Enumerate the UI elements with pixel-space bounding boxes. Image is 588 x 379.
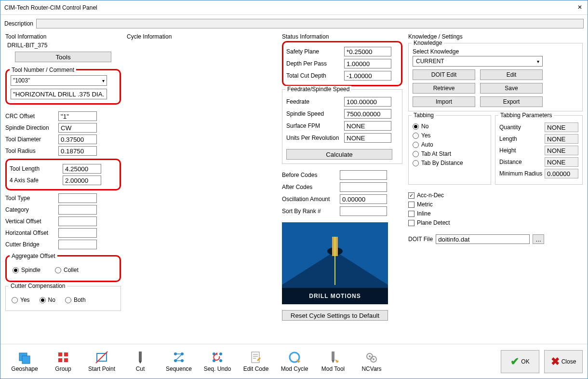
before-codes-input[interactable] bbox=[340, 170, 387, 180]
cc-yes-radio[interactable]: Yes bbox=[12, 297, 30, 303]
status-highlight-block: Safety Plane Depth Per Pass Total Cut De… bbox=[282, 41, 402, 86]
tool-dia-label: Tool Diameter bbox=[5, 136, 58, 143]
tab-dist-radio[interactable]: Tab By Distance bbox=[413, 160, 487, 166]
svg-rect-7 bbox=[58, 352, 62, 356]
tool-type-input[interactable] bbox=[58, 193, 97, 203]
agg-spindle-radio[interactable]: Spindle bbox=[13, 267, 40, 273]
crc-offset-input[interactable] bbox=[58, 111, 97, 121]
description-input[interactable] bbox=[36, 19, 584, 28]
units-rev-input[interactable] bbox=[344, 133, 391, 143]
axis-safe-input[interactable] bbox=[63, 176, 101, 185]
mod-tool-button[interactable]: Mod Tool bbox=[314, 351, 352, 372]
sort-rank-label: Sort By Rank # bbox=[282, 208, 340, 215]
depth-pass-label: Depth Per Pass bbox=[286, 60, 344, 67]
depth-pass-input[interactable] bbox=[344, 59, 391, 68]
after-codes-label: After Codes bbox=[282, 184, 340, 190]
tab-no-radio[interactable]: No bbox=[413, 123, 487, 130]
close-button[interactable]: ✖ Close bbox=[544, 350, 583, 373]
cc-both-radio[interactable]: Both bbox=[65, 297, 86, 303]
tool-info-title: Tool Information bbox=[5, 33, 121, 40]
category-input[interactable] bbox=[58, 205, 97, 215]
doit-edit-button[interactable]: DOIT Edit bbox=[413, 69, 475, 80]
close-icon[interactable]: ✕ bbox=[576, 4, 584, 12]
browse-button[interactable]: ... bbox=[533, 234, 544, 244]
svg-point-20 bbox=[219, 352, 222, 355]
tab-start-radio[interactable]: Tab At Start bbox=[413, 150, 487, 157]
voffset-input[interactable] bbox=[58, 217, 97, 226]
feedrate-label: Feedrate bbox=[286, 98, 344, 105]
knowledge-title: Knowledge / Settings bbox=[408, 33, 583, 40]
cutter-bridge-input[interactable] bbox=[58, 240, 97, 249]
tp-len-label: Length bbox=[499, 135, 543, 142]
start-point-button[interactable]: Start Point bbox=[82, 351, 121, 372]
total-depth-label: Total Cut Depth bbox=[286, 72, 344, 79]
safety-plane-input[interactable] bbox=[344, 47, 391, 56]
cut-button[interactable]: Cut bbox=[121, 351, 160, 372]
geoshape-button[interactable]: Geoshape bbox=[5, 351, 44, 372]
before-codes-label: Before Codes bbox=[282, 172, 340, 178]
tp-len-input bbox=[545, 134, 578, 144]
select-knowledge-label: Select Knowledge bbox=[413, 48, 578, 55]
svg-rect-31 bbox=[332, 352, 334, 360]
tool-len-input[interactable] bbox=[63, 164, 101, 174]
window-title: CIM-Tech Router-CIM Control Panel bbox=[4, 4, 97, 11]
spindle-speed-label: Spindle Speed bbox=[286, 110, 344, 117]
total-depth-input[interactable] bbox=[344, 71, 391, 81]
svg-point-22 bbox=[219, 359, 222, 362]
tab-auto-radio[interactable]: Auto bbox=[413, 141, 487, 148]
tab-params-group: Tabbing Parameters Quantity Length Heigh… bbox=[495, 115, 583, 185]
safety-plane-label: Safety Plane bbox=[286, 48, 344, 55]
tool-rad-input[interactable] bbox=[58, 146, 97, 156]
acc-check[interactable]: Acc-n-Dec bbox=[408, 192, 583, 199]
metric-check[interactable]: Metric bbox=[408, 201, 583, 208]
knowledge-dropdown[interactable]: CURRENT ▾ bbox=[413, 56, 543, 67]
tp-height-label: Height bbox=[499, 147, 543, 154]
tool-comment-input[interactable] bbox=[11, 89, 107, 99]
edit-code-button[interactable]: Edit Code bbox=[237, 351, 275, 372]
tool-number-group-title: Tool Number / Comment bbox=[10, 67, 76, 73]
knowledge-group: Knowledge Select Knowledge CURRENT ▾ DOI… bbox=[408, 43, 583, 111]
edit-button[interactable]: Edit bbox=[480, 69, 543, 80]
export-button[interactable]: Export bbox=[480, 96, 543, 107]
sequence-button[interactable]: Sequence bbox=[160, 351, 198, 372]
spindle-speed-input[interactable] bbox=[344, 109, 391, 119]
ncvars-icon bbox=[365, 351, 378, 364]
tool-dia-input[interactable] bbox=[58, 135, 97, 144]
cycle-info-title: Cycle Information bbox=[127, 33, 276, 40]
after-codes-input[interactable] bbox=[340, 182, 387, 192]
axis-safe-label: 4 Axis Safe bbox=[10, 177, 63, 184]
tools-button[interactable]: Tools bbox=[15, 52, 111, 62]
ncvars-button[interactable]: NCVars bbox=[352, 351, 391, 372]
inline-check[interactable]: Inline bbox=[408, 210, 583, 217]
reset-cycle-button[interactable]: Reset Cycle Settings to Default bbox=[282, 310, 388, 321]
save-button[interactable]: Save bbox=[480, 83, 543, 94]
tp-dist-input bbox=[545, 157, 578, 167]
mod-cycle-button[interactable]: Mod Cycle bbox=[275, 351, 314, 372]
tab-yes-radio[interactable]: Yes bbox=[413, 132, 487, 139]
import-button[interactable]: Import bbox=[413, 96, 475, 107]
tool-rad-label: Tool Radius bbox=[5, 148, 58, 154]
feedrate-group-title: Feedrate/Spindle Speed bbox=[285, 86, 351, 93]
tool-number-dropdown[interactable]: "1003" ▾ bbox=[11, 75, 107, 86]
agg-collet-radio[interactable]: Collet bbox=[55, 267, 79, 273]
calculate-button[interactable]: Calculate bbox=[286, 149, 392, 160]
feedrate-input[interactable] bbox=[344, 97, 391, 107]
seq-undo-button[interactable]: Seq. Undo bbox=[198, 351, 237, 372]
doit-file-input[interactable] bbox=[436, 234, 530, 244]
sort-rank-input[interactable] bbox=[340, 206, 387, 216]
spindle-dir-input[interactable] bbox=[58, 123, 97, 133]
svg-rect-6 bbox=[22, 356, 30, 364]
ok-button[interactable]: ✔ OK bbox=[501, 350, 539, 373]
seq-undo-icon bbox=[211, 351, 224, 364]
check-icon: ✔ bbox=[510, 355, 519, 368]
plane-check[interactable]: Plane Detect bbox=[408, 219, 583, 226]
cc-no-radio[interactable]: No bbox=[40, 297, 55, 303]
retrieve-button[interactable]: Retrieve bbox=[413, 83, 475, 94]
start-point-icon bbox=[95, 351, 108, 364]
group-button[interactable]: Group bbox=[44, 351, 82, 372]
chevron-down-icon: ▾ bbox=[537, 59, 539, 64]
category-label: Category bbox=[5, 206, 58, 213]
hoffset-input[interactable] bbox=[58, 228, 97, 238]
osc-amount-input[interactable] bbox=[340, 194, 387, 204]
surface-fpm-input[interactable] bbox=[344, 121, 391, 131]
